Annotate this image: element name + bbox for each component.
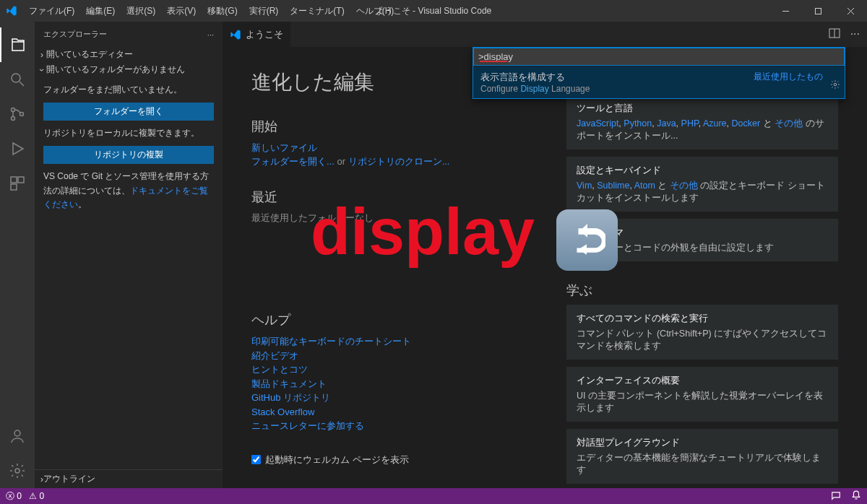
menu-go[interactable]: 移動(G) [202, 0, 243, 22]
lnk-more1[interactable]: その他 [775, 118, 803, 129]
help-stackoverflow[interactable]: Stack Overflow [251, 405, 523, 420]
titlebar: ファイル(F) 編集(E) 選択(S) 表示(V) 移動(G) 実行(R) ター… [0, 0, 867, 22]
not-opened-text: フォルダーをまだ開いていません。 [43, 83, 214, 97]
run-debug-icon[interactable] [0, 131, 35, 166]
menu-edit[interactable]: 編集(E) [80, 0, 121, 22]
help-newsletter[interactable]: ニュースレターに参加する [251, 419, 523, 433]
help-cheatsheet[interactable]: 印刷可能なキーボードのチートシート [251, 334, 523, 349]
lnk-js[interactable]: JavaScript [577, 118, 618, 129]
card-keybind[interactable]: 設定とキーバインド Vim, Sublime, Atom と その他 の設定とキ… [566, 157, 838, 212]
lnk-docker[interactable]: Docker [732, 118, 761, 129]
vscode-icon [6, 5, 17, 17]
command-input[interactable] [473, 48, 845, 66]
explorer-icon[interactable] [0, 27, 35, 62]
welcome-page: 進化した編集 開始 新しいファイル フォルダーを開く... or リポジトリのク… [223, 47, 867, 488]
clone-repo-button[interactable]: リポジトリの複製 [43, 146, 214, 164]
command-result[interactable]: 表示言語を構成する Configure Display Language 最近使… [473, 66, 845, 98]
feedback-icon[interactable] [831, 490, 841, 503]
card-playground-title: 対話型プレイグラウンド [577, 436, 828, 449]
open-folder-button[interactable]: フォルダーを開く [43, 103, 214, 121]
lnk-atom[interactable]: Atom [634, 181, 655, 191]
menu-selection[interactable]: 選択(S) [121, 0, 161, 22]
more-icon[interactable]: ··· [207, 30, 214, 39]
minimize-button[interactable] [769, 0, 802, 22]
start-heading: 開始 [251, 118, 523, 135]
card-commands[interactable]: すべてのコマンドの検索と実行 コマンド パレット (Ctrl+Shift+P) … [566, 305, 838, 360]
welcome-left-col: 進化した編集 開始 新しいファイル フォルダーを開く... or リポジトリのク… [251, 69, 523, 488]
status-errors[interactable]: ⓧ 0 [6, 490, 22, 503]
tab-welcome[interactable]: ようこそ [223, 22, 290, 47]
recent-heading: 最近 [251, 188, 523, 206]
lnk-vim[interactable]: Vim [577, 181, 592, 191]
menu-file[interactable]: ファイル(F) [23, 0, 80, 22]
window-title: ようこそ - Visual Studio Code [376, 5, 492, 17]
menubar: ファイル(F) 編集(E) 選択(S) 表示(V) 移動(G) 実行(R) ター… [23, 0, 400, 22]
sidebar-body: フォルダーをまだ開いていません。 フォルダーを開く リポジトリをローカルに複製で… [35, 77, 223, 217]
activitybar [0, 22, 35, 488]
no-folder-section[interactable]: › 開いているフォルダーがありません [35, 62, 223, 77]
editor-area: ようこそ ··· 表示言語を構成する Configure Display Lan… [223, 22, 867, 488]
new-file-link[interactable]: 新しいファイル [251, 142, 317, 153]
open-folder-link[interactable]: フォルダーを開く... [251, 156, 335, 167]
close-button[interactable] [834, 0, 867, 22]
cmd-sub-2: Language [549, 84, 590, 94]
recent-none: 最近使用したフォルダーなし [251, 212, 523, 225]
clone-repo-link[interactable]: リポジトリのクローン... [348, 156, 450, 167]
lnk-azure[interactable]: Azure [703, 118, 727, 129]
chevron-down-icon: › [37, 69, 47, 71]
lnk-php[interactable]: PHP [681, 118, 699, 129]
svg-point-16 [834, 83, 837, 86]
gear-icon[interactable] [830, 79, 840, 92]
split-editor-icon[interactable] [829, 27, 840, 42]
open-editors-label: 開いているエディター [46, 48, 133, 61]
sidebar: エクスプローラー ··· › 開いているエディター › 開いているフォルダーがあ… [35, 22, 223, 488]
help-videos[interactable]: 紹介ビデオ [251, 349, 523, 363]
svg-point-7 [12, 117, 15, 121]
card-playground[interactable]: 対話型プレイグラウンド エディターの基本機能を簡潔なチュートリアルで体験します [566, 429, 838, 484]
accounts-icon[interactable] [0, 419, 35, 453]
card-overview-title: インターフェイスの概要 [577, 374, 828, 387]
help-docs[interactable]: 製品ドキュメント [251, 377, 523, 391]
statusbar: ⓧ 0 ⚠ 0 [0, 488, 867, 504]
settings-gear-icon[interactable] [0, 453, 35, 488]
outline-section[interactable]: › アウトライン [35, 469, 223, 488]
svg-rect-10 [18, 177, 24, 183]
lnk-sublime[interactable]: Sublime [597, 181, 629, 191]
search-icon[interactable] [0, 62, 35, 97]
extensions-icon[interactable] [0, 166, 35, 201]
open-editors-section[interactable]: › 開いているエディター [35, 47, 223, 62]
svg-rect-9 [11, 177, 17, 183]
menu-view[interactable]: 表示(V) [161, 0, 202, 22]
startup-checkbox-input[interactable] [251, 455, 261, 464]
help-links: 印刷可能なキーボードのチートシート 紹介ビデオ ヒントとコツ 製品ドキュメント … [251, 334, 523, 433]
card-playground-body: エディターの基本機能を簡潔なチュートリアルで体験します [577, 452, 828, 477]
help-tips[interactable]: ヒントとコツ [251, 362, 523, 377]
git-help: VS Code で Git とソース管理を使用する方法の詳細については、ドキュメ… [43, 170, 214, 212]
menu-terminal[interactable]: ターミナル(T) [284, 0, 350, 22]
sidebar-title: エクスプローラー [43, 29, 107, 40]
svg-point-13 [15, 469, 20, 473]
help-github[interactable]: GitHub リポジトリ [251, 391, 523, 405]
lnk-java[interactable]: Java [657, 118, 676, 129]
menu-run[interactable]: 実行(R) [243, 0, 285, 22]
show-startup-checkbox[interactable]: 起動時にウェルカム ページを表示 [251, 453, 523, 466]
source-control-icon[interactable] [0, 97, 35, 131]
svg-point-8 [20, 113, 24, 116]
lnk-more2[interactable]: その他 [670, 181, 698, 191]
card-keybind-title: 設定とキーバインド [577, 164, 828, 177]
status-warnings[interactable]: ⚠ 0 [29, 491, 44, 501]
more-actions-icon[interactable]: ··· [850, 27, 860, 42]
cmd-sub-hl: Display [520, 84, 548, 94]
card-theme-title: 配色テーマ [577, 226, 828, 239]
and-1: と [760, 118, 775, 129]
card-tools-title: ツールと言語 [577, 102, 828, 115]
card-overview[interactable]: インターフェイスの概要 UI の主要コンポーネントを解説した視覚オーバーレイを表… [566, 367, 838, 422]
learn-heading: 学ぶ [566, 282, 838, 299]
tab-label: ようこそ [246, 28, 283, 41]
sidebar-header: エクスプローラー ··· [35, 22, 223, 47]
card-tools[interactable]: ツールと言語 JavaScript, Python, Java, PHP, Az… [566, 95, 838, 149]
maximize-button[interactable] [802, 0, 834, 22]
card-theme[interactable]: 配色テーマ エディターとコードの外観を自由に設定します [566, 219, 838, 261]
bell-icon[interactable] [851, 490, 861, 503]
lnk-py[interactable]: Python [624, 118, 652, 129]
